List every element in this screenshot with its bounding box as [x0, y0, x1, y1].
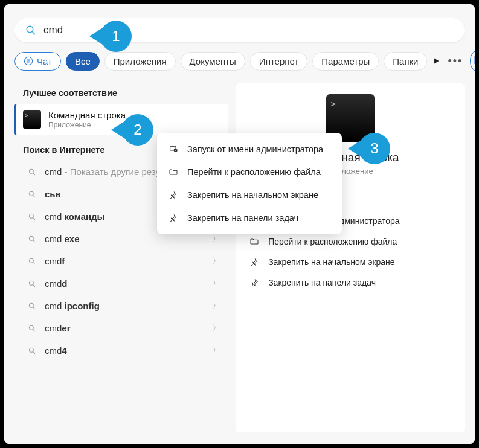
search-icon [28, 257, 36, 266]
svg-line-18 [33, 329, 34, 331]
svg-line-4 [33, 173, 34, 174]
search-icon [28, 280, 36, 288]
suggestion-text: cmd ipconfig [45, 301, 208, 311]
detail-action-item[interactable]: Перейти к расположению файла [246, 231, 454, 252]
search-icon [25, 25, 36, 36]
web-suggestion-item[interactable]: cmdd〉 [14, 272, 228, 295]
search-window: Чат Все Приложения Документы Интернет Па… [4, 4, 475, 444]
chevron-right-icon: 〉 [213, 323, 220, 333]
filter-tab-apps[interactable]: Приложения [104, 52, 176, 71]
action-label: Закрепить на панели задач [268, 278, 376, 287]
chevron-right-icon: 〉 [213, 278, 220, 289]
filter-tab-docs[interactable]: Документы [181, 52, 245, 71]
more-icon[interactable]: ••• [445, 55, 465, 68]
admin-icon [168, 144, 179, 155]
suggestion-text: cmd4 [45, 345, 208, 356]
play-icon[interactable] [432, 53, 440, 69]
best-match-header: Лучшее соответствие [23, 88, 228, 98]
filter-row: Чат Все Приложения Документы Интернет Па… [14, 51, 465, 71]
context-menu-label: Закрепить на начальном экране [187, 190, 318, 200]
filter-tab-web[interactable]: Интернет [250, 52, 307, 71]
annotation-badge-1: 1 [100, 21, 132, 52]
pin-icon [249, 277, 260, 288]
search-icon [28, 213, 36, 221]
svg-line-8 [33, 217, 34, 219]
context-menu-item[interactable]: Перейти к расположению файла [157, 161, 342, 184]
chevron-right-icon: 〉 [213, 256, 220, 266]
search-icon [28, 235, 36, 243]
search-icon [28, 302, 36, 310]
search-icon [28, 168, 36, 176]
suggestion-text: cmdf [45, 256, 208, 266]
search-icon [28, 347, 36, 355]
context-menu-item[interactable]: Запуск от имени администратора [157, 138, 342, 161]
search-bar[interactable] [14, 18, 465, 42]
filter-tab-settings[interactable]: Параметры [312, 52, 379, 71]
svg-line-6 [33, 195, 34, 197]
context-menu-item[interactable]: Закрепить на панели задач [157, 206, 342, 229]
search-icon [28, 190, 36, 199]
search-icon [28, 324, 36, 333]
best-match-title: Командная строка [48, 110, 126, 120]
pin-icon [168, 190, 179, 200]
context-menu-label: Закрепить на панели задач [187, 213, 298, 223]
suggestion-text: cmder [45, 323, 208, 333]
bing-icon[interactable] [470, 51, 475, 71]
chevron-right-icon: 〉 [213, 301, 220, 311]
svg-line-16 [33, 307, 34, 309]
chevron-right-icon: 〉 [213, 234, 220, 244]
suggestion-text: cmdd [45, 278, 208, 289]
web-suggestion-item[interactable]: cmder〉 [14, 317, 228, 339]
svg-line-12 [33, 262, 34, 264]
svg-line-10 [33, 240, 34, 242]
web-suggestion-item[interactable]: cmd4〉 [14, 339, 228, 362]
context-menu-label: Перейти к расположению файла [187, 167, 321, 177]
chevron-right-icon: 〉 [213, 345, 220, 356]
context-menu-label: Запуск от имени администратора [187, 144, 323, 154]
folder-icon [168, 167, 179, 178]
cmd-app-icon [23, 110, 41, 129]
chat-label: Чат [37, 56, 52, 66]
chat-button[interactable]: Чат [14, 52, 61, 71]
action-label: Закрепить на начальном экране [268, 257, 395, 267]
pin-icon [168, 213, 179, 223]
folder-icon [249, 236, 260, 247]
web-suggestion-item[interactable]: cmdf〉 [14, 250, 228, 272]
action-label: Перейти к расположению файла [268, 237, 397, 246]
filter-tab-folders[interactable]: Папки [384, 52, 427, 71]
suggestion-text: cmd exe [45, 234, 208, 244]
annotation-badge-2: 2 [122, 114, 153, 146]
filter-tab-all[interactable]: Все [66, 52, 100, 71]
annotation-badge-3: 3 [359, 133, 390, 164]
svg-line-20 [33, 351, 34, 353]
svg-line-14 [33, 284, 34, 286]
context-menu: Запуск от имени администратораПерейти к … [157, 133, 342, 234]
detail-action-item[interactable]: Закрепить на начальном экране [246, 252, 454, 272]
context-menu-item[interactable]: Закрепить на начальном экране [157, 184, 342, 206]
svg-line-1 [32, 31, 35, 34]
detail-action-item[interactable]: Закрепить на панели задач [246, 272, 454, 293]
web-suggestion-item[interactable]: cmd ipconfig〉 [14, 295, 228, 317]
pin-icon [249, 257, 260, 267]
